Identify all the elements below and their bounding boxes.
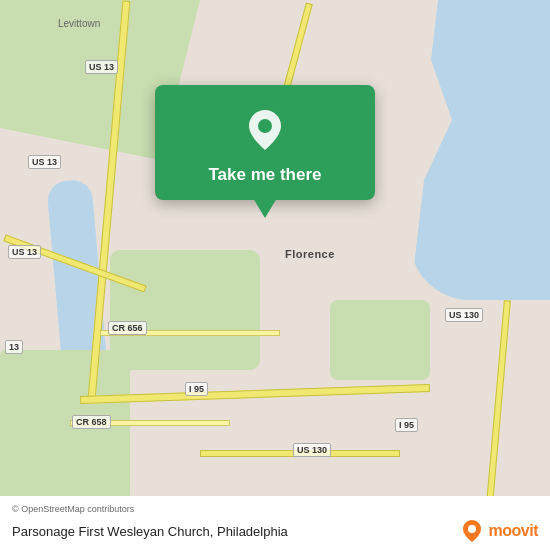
moovit-text: moovit [489, 522, 538, 540]
svg-point-1 [468, 525, 476, 533]
road-label-13: 13 [5, 340, 23, 354]
road-label-cr656: CR 656 [108, 321, 147, 335]
road-label-us13-2: US 13 [28, 155, 61, 169]
road-label-cr658: CR 658 [72, 415, 111, 429]
attribution-text: © OpenStreetMap contributors [12, 504, 134, 514]
green-area-4 [330, 300, 430, 380]
road-label-us130-2: US 130 [293, 443, 331, 457]
place-label-florence: Florence [285, 248, 335, 260]
green-area-2 [110, 250, 260, 370]
road-label-us130-1: US 130 [445, 308, 483, 322]
city-label-levittown: Levittown [58, 18, 100, 29]
bottom-bar: © OpenStreetMap contributors Parsonage F… [0, 496, 550, 550]
take-me-there-button[interactable]: Take me there [208, 165, 321, 185]
location-name: Parsonage First Wesleyan Church, Philade… [12, 524, 288, 539]
map-container: US 13 US 13 US 13 13 CR 656 CR 658 I 95 … [0, 0, 550, 550]
road-label-i95-1: I 95 [185, 382, 208, 396]
road-label-i95-2: I 95 [395, 418, 418, 432]
road-label-us13-3: US 13 [8, 245, 41, 259]
svg-point-0 [258, 119, 272, 133]
location-pin-icon [240, 105, 290, 155]
popup-card: Take me there [155, 85, 375, 200]
moovit-logo: moovit [459, 518, 538, 544]
bottom-content: Parsonage First Wesleyan Church, Philade… [12, 518, 538, 544]
map-attribution: © OpenStreetMap contributors [12, 504, 538, 514]
road-label-us13-1: US 13 [85, 60, 118, 74]
moovit-pin-icon [459, 518, 485, 544]
